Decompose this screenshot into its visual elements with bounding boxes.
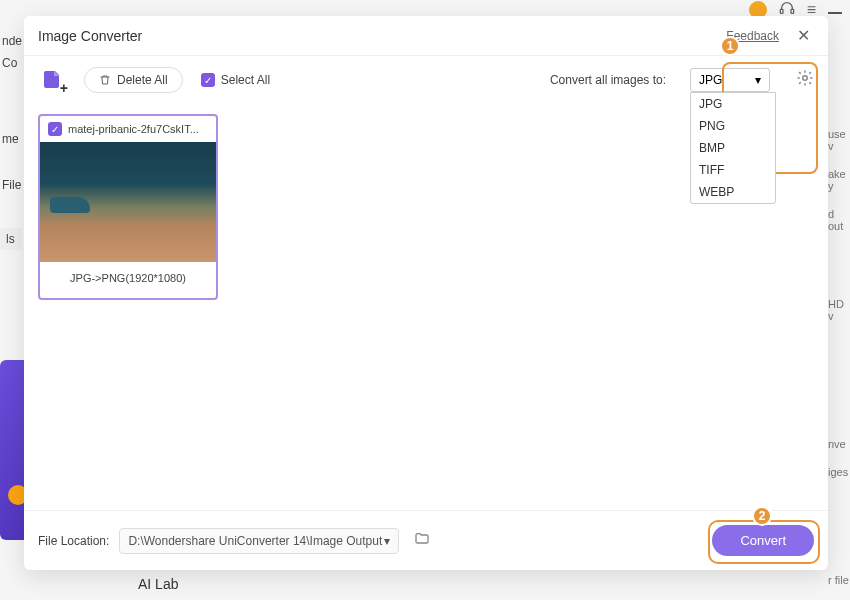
format-selected-value: JPG: [699, 73, 722, 87]
checkbox-checked-icon: ✓: [201, 73, 215, 87]
format-option-png[interactable]: PNG: [691, 115, 775, 137]
dialog-title: Image Converter: [38, 28, 726, 44]
close-icon[interactable]: ✕: [793, 26, 814, 45]
toolbar: + Delete All ✓ Select All Convert all im…: [24, 56, 828, 104]
delete-all-button[interactable]: Delete All: [84, 67, 183, 93]
dialog-header: Image Converter Feedback ✕: [24, 16, 828, 56]
format-select[interactable]: JPG ▾: [690, 68, 770, 92]
format-option-bmp[interactable]: BMP: [691, 137, 775, 159]
format-dropdown: JPG PNG BMP TIFF WEBP: [690, 92, 776, 204]
add-image-icon[interactable]: +: [38, 66, 66, 94]
ai-lab-label: AI Lab: [138, 576, 178, 592]
file-location-select[interactable]: D:\Wondershare UniConverter 14\Image Out…: [119, 528, 399, 554]
select-all-checkbox[interactable]: ✓ Select All: [201, 73, 270, 87]
format-option-webp[interactable]: WEBP: [691, 181, 775, 203]
callout-badge-2: 2: [752, 506, 772, 526]
select-all-label: Select All: [221, 73, 270, 87]
chevron-down-icon: ▾: [384, 534, 390, 548]
callout-badge-1: 1: [720, 36, 740, 56]
thumbnail-checkbox[interactable]: ✓: [48, 122, 62, 136]
svg-rect-0: [780, 9, 783, 13]
delete-all-label: Delete All: [117, 73, 168, 87]
image-converter-dialog: Image Converter Feedback ✕ + Delete All …: [24, 16, 828, 570]
minimize-icon: [828, 12, 842, 14]
trash-icon: [99, 74, 111, 86]
chevron-down-icon: ▾: [755, 73, 761, 87]
svg-point-2: [803, 76, 808, 81]
gear-icon[interactable]: [796, 69, 814, 91]
file-location-path: D:\Wondershare UniConverter 14\Image Out…: [128, 534, 382, 548]
file-location-label: File Location:: [38, 534, 109, 548]
bg-right-fragments: use v ake y d out HD v nve iges r file: [828, 120, 850, 600]
image-thumbnail-card[interactable]: ✓ matej-pribanic-2fu7CskIT... JPG->PNG(1…: [38, 114, 218, 300]
thumbnail-filename: matej-pribanic-2fu7CskIT...: [68, 123, 208, 135]
format-option-jpg[interactable]: JPG: [691, 93, 775, 115]
format-option-tiff[interactable]: TIFF: [691, 159, 775, 181]
thumbnail-preview: [40, 142, 216, 262]
thumbnail-caption: JPG->PNG(1920*1080): [40, 262, 216, 298]
convert-to-label: Convert all images to:: [550, 73, 666, 87]
open-folder-icon[interactable]: [409, 527, 435, 555]
svg-rect-1: [791, 9, 794, 13]
convert-button[interactable]: Convert: [712, 525, 814, 556]
dialog-footer: File Location: D:\Wondershare UniConvert…: [24, 510, 828, 570]
